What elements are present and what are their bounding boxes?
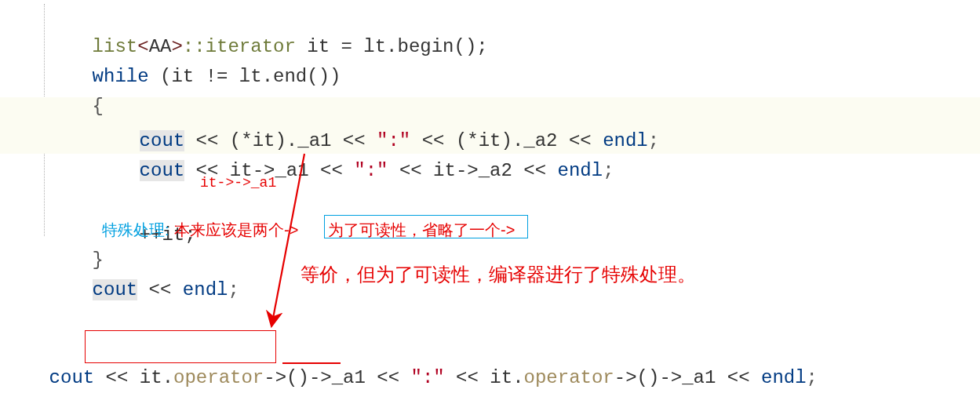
token-it-dot: it. (140, 367, 173, 388)
token-shift4: << (716, 367, 761, 388)
token-semi: ; (648, 130, 659, 151)
token-expr2: << it->_a2 << (388, 160, 557, 181)
page: list<AA>::iterator it = lt.begin(); whil… (0, 0, 980, 393)
token-operator-kw2: operator (524, 367, 614, 388)
red-highlight-box-operator (85, 330, 276, 363)
token-operator-kw: operator (173, 367, 264, 388)
token-string: ":" (411, 367, 445, 388)
token-endl: endl (183, 279, 228, 300)
token-shift: << (137, 279, 183, 300)
token-semi: ; (228, 279, 239, 300)
token-member: ->_a1 (309, 367, 366, 388)
annotation-big-red: 等价，但为了可读性，编译器进行了特殊处理。 (301, 260, 696, 289)
cyan-highlight-box (324, 215, 528, 238)
token-assign: = (341, 36, 363, 57)
token-cout: cout (140, 160, 185, 181)
token-cout: cout (93, 279, 138, 300)
token-endl: endl (558, 160, 603, 181)
token-arrow-call2: ->() (614, 367, 660, 388)
token-endl: endl (761, 367, 807, 388)
token-it-dot2: it. (490, 367, 523, 388)
annotation-cyan-label: 特殊处理: (102, 218, 169, 242)
token-member2: ->_a1 (659, 367, 716, 388)
token-cond: (it != lt.end()) (149, 66, 341, 87)
token-semi: ; (603, 160, 614, 181)
red-underline-member (282, 362, 341, 364)
token-cout: cout (49, 367, 95, 388)
token-shift: << (94, 367, 140, 388)
annotation-tiny-arrow-arrow: it->->_a1 (200, 173, 276, 194)
token-shift2: << (366, 367, 411, 388)
token-arrow-call: ->() (264, 367, 309, 388)
token-string: ":" (354, 160, 388, 181)
token-semi: ; (807, 367, 818, 388)
annotation-red-note-left: 本来应该是两个-> (174, 218, 298, 242)
token-shift3: << (445, 367, 490, 388)
code-line-8: cout << endl; (47, 248, 239, 333)
token-lt-begin: lt.begin(); (363, 36, 487, 57)
